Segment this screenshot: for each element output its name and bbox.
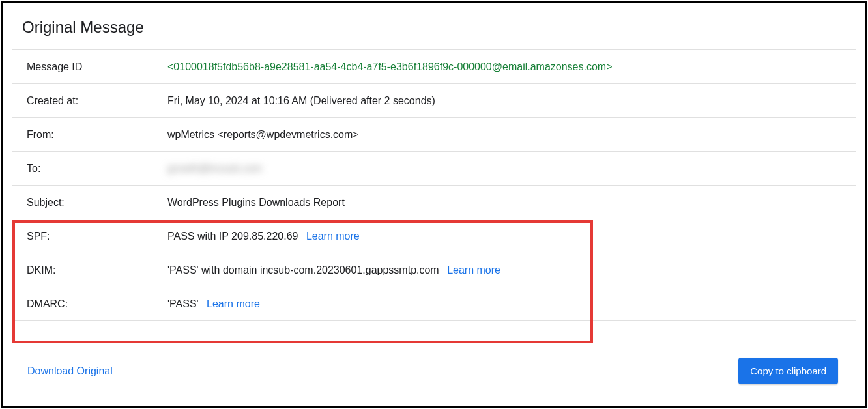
- label-dmarc: DMARC:: [27, 298, 167, 310]
- value-subject: WordPress Plugins Downloads Report: [167, 197, 856, 208]
- footer: Download Original Copy to clipboard: [3, 358, 865, 384]
- row-dkim: DKIM: 'PASS' with domain incsub-com.2023…: [12, 253, 856, 287]
- label-created-at: Created at:: [27, 95, 167, 107]
- value-message-id: <0100018f5fdb56b8-a9e28581-aa54-4cb4-a7f…: [167, 61, 856, 73]
- learn-more-dmarc-link[interactable]: Learn more: [207, 298, 260, 309]
- label-from: From:: [27, 129, 167, 141]
- message-info-table: Message ID <0100018f5fdb56b8-a9e28581-aa…: [12, 49, 856, 321]
- row-dmarc: DMARC: 'PASS' Learn more: [12, 287, 856, 321]
- value-dkim: 'PASS' with domain incsub-com.20230601.g…: [167, 264, 856, 276]
- download-original-link[interactable]: Download Original: [27, 365, 113, 377]
- learn-more-spf-link[interactable]: Learn more: [306, 231, 360, 242]
- value-created-at: Fri, May 10, 2024 at 10:16 AM (Delivered…: [167, 95, 856, 107]
- page-title: Original Message: [3, 3, 865, 49]
- value-spf: PASS with IP 209.85.220.69 Learn more: [167, 231, 856, 242]
- row-subject: Subject: WordPress Plugins Downloads Rep…: [12, 186, 856, 219]
- value-dmarc: 'PASS' Learn more: [167, 298, 856, 310]
- value-to: growth@incsub.com: [167, 163, 856, 175]
- row-created-at: Created at: Fri, May 10, 2024 at 10:16 A…: [12, 84, 856, 118]
- copy-to-clipboard-button[interactable]: Copy to clipboard: [738, 358, 838, 384]
- label-spf: SPF:: [27, 231, 167, 242]
- row-message-id: Message ID <0100018f5fdb56b8-a9e28581-aa…: [12, 50, 856, 84]
- learn-more-dkim-link[interactable]: Learn more: [447, 264, 500, 275]
- label-subject: Subject:: [27, 197, 167, 208]
- row-to: To: growth@incsub.com: [12, 152, 856, 186]
- label-message-id: Message ID: [27, 61, 167, 73]
- label-dkim: DKIM:: [27, 264, 167, 276]
- value-from: wpMetrics <reports@wpdevmetrics.com>: [167, 129, 856, 141]
- row-spf: SPF: PASS with IP 209.85.220.69 Learn mo…: [12, 219, 856, 253]
- label-to: To:: [27, 163, 167, 175]
- row-from: From: wpMetrics <reports@wpdevmetrics.co…: [12, 118, 856, 152]
